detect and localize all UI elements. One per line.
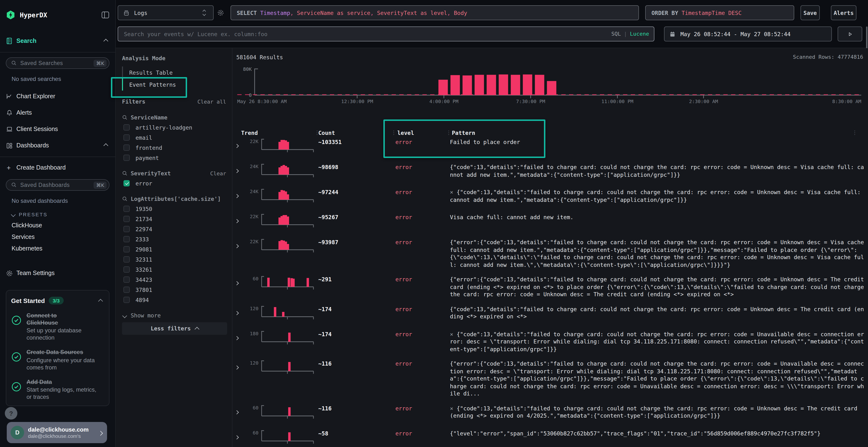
checkbox[interactable] xyxy=(123,246,130,252)
get-started-item[interactable]: Add Data Start sending logs, metrics, or… xyxy=(11,378,103,401)
filter-option[interactable]: email xyxy=(122,133,227,143)
pattern-row[interactable]: 22K~95267errorVisa cache full: cannot ad… xyxy=(235,213,864,232)
show-more-button[interactable]: Show more xyxy=(122,311,227,320)
checkbox[interactable] xyxy=(123,144,130,151)
pattern-row[interactable]: 120~116error{"error":{"code":13,"details… xyxy=(235,359,864,398)
expand-chevron-icon[interactable] xyxy=(235,404,242,415)
preset-item-kubernetes[interactable]: Kubernetes xyxy=(6,243,110,254)
filter-option[interactable]: artillery-loadgen xyxy=(122,122,227,133)
column-header-count[interactable]: Count xyxy=(316,130,397,136)
pattern-row[interactable]: 60~58error{"level":"error","span_id":"53… xyxy=(235,429,864,447)
select-query-input[interactable]: SELECT Timestamp, ServiceName as service… xyxy=(230,5,639,20)
pattern-row[interactable]: 120~174error{"code":13,"details":"failed… xyxy=(235,305,864,323)
cross-icon[interactable]: × xyxy=(450,331,453,337)
checkbox[interactable] xyxy=(123,134,130,141)
preset-item-services[interactable]: Services xyxy=(6,231,110,243)
run-query-button[interactable] xyxy=(838,27,862,41)
pattern-row[interactable]: 22K~103351errorFailed to place order xyxy=(235,138,864,157)
order-by-input[interactable]: ORDER BY TimestampTime DESC xyxy=(645,5,794,20)
clear-all-button[interactable]: Clear all xyxy=(197,99,226,105)
column-header-trend[interactable]: Trend xyxy=(235,130,316,136)
help-button[interactable]: ? xyxy=(5,407,18,419)
sidebar-item-chart-explorer[interactable]: Chart Explorer xyxy=(6,89,110,104)
expand-chevron-icon[interactable] xyxy=(235,275,242,286)
column-header-pattern[interactable]: Pattern xyxy=(452,130,864,136)
filter-option[interactable]: 21734 xyxy=(122,214,227,224)
expand-chevron-icon[interactable] xyxy=(235,330,242,341)
column-grip-icon[interactable]: ⋮ xyxy=(391,130,396,136)
expand-chevron-icon[interactable] xyxy=(235,213,242,225)
events-histogram[interactable]: May 26 8:30:00 AM12:30:00 PM4:00:00 PM7:… xyxy=(234,54,866,105)
pattern-row[interactable]: 60~291error{"error":{"code":13,"details"… xyxy=(235,275,864,299)
checkbox[interactable] xyxy=(123,256,130,263)
filter-option[interactable]: payment xyxy=(122,153,227,163)
checkbox[interactable] xyxy=(123,216,130,222)
filter-option[interactable]: 4894 xyxy=(122,295,227,305)
get-started-item[interactable]: Create Data Sources Configure where your… xyxy=(11,349,103,371)
source-settings-gear-icon[interactable] xyxy=(217,9,224,16)
pattern-row[interactable]: 180~174error×{"code":13,"details":"faile… xyxy=(235,330,864,353)
checkbox[interactable] xyxy=(123,226,130,232)
checkbox[interactable] xyxy=(123,124,130,131)
pattern-row[interactable]: 24K~97244error×{"code":13,"details":"fai… xyxy=(235,188,864,207)
pattern-row[interactable]: 24K~98698error{"code":13,"details":"fail… xyxy=(235,163,864,182)
filter-option[interactable]: 19350 xyxy=(122,204,227,214)
lucene-toggle[interactable]: Lucene xyxy=(630,31,649,37)
checkbox[interactable] xyxy=(123,266,130,273)
pattern-row[interactable]: 60~116error×{"code":13,"details":"failed… xyxy=(235,404,864,423)
alerts-button[interactable]: Alerts xyxy=(831,5,857,20)
user-menu[interactable]: D dale@clickhouse.com dale@clickhouse.co… xyxy=(7,422,107,443)
expand-chevron-icon[interactable] xyxy=(235,429,242,441)
chevron-up-icon[interactable] xyxy=(104,38,107,44)
get-started-item[interactable]: Connect to ClickHouse Set up your databa… xyxy=(11,312,103,342)
save-button[interactable]: Save xyxy=(801,5,820,20)
checkbox[interactable] xyxy=(123,286,130,293)
checkbox[interactable] xyxy=(123,276,130,283)
expand-chevron-icon[interactable] xyxy=(235,163,242,174)
filter-option[interactable]: 22974 xyxy=(122,224,227,234)
create-dashboard-button[interactable]: + Create Dashboard xyxy=(6,161,110,174)
column-grip-icon[interactable]: ⋮ xyxy=(446,130,452,136)
expand-chevron-icon[interactable] xyxy=(235,188,242,199)
sidebar-item-team-settings[interactable]: Team Settings xyxy=(6,266,110,280)
less-filters-button[interactable]: Less filters xyxy=(122,322,227,335)
filter-option[interactable]: 37801 xyxy=(122,285,227,295)
chevron-up-icon[interactable] xyxy=(99,296,102,305)
filter-option[interactable]: 29081 xyxy=(122,244,227,254)
sidebar-item-dashboards[interactable]: Dashboards xyxy=(6,138,110,153)
checkbox[interactable] xyxy=(123,297,130,303)
checkbox[interactable] xyxy=(123,154,130,161)
column-grip-icon[interactable]: ⋮ xyxy=(314,130,320,136)
date-range-picker[interactable]: May 26 08:52:44 - May 27 08:52:44 xyxy=(664,27,832,41)
filter-option[interactable]: 32311 xyxy=(122,254,227,265)
sidebar-item-alerts[interactable]: Alerts xyxy=(6,105,110,120)
presets-toggle[interactable]: PRESETS xyxy=(6,209,110,220)
mode-event-patterns[interactable]: Event Patterns xyxy=(122,78,227,91)
expand-chevron-icon[interactable] xyxy=(235,359,242,371)
filter-clear-button[interactable]: Clear xyxy=(210,170,226,176)
mode-results-table[interactable]: Results Table xyxy=(122,66,227,78)
cross-icon[interactable]: × xyxy=(450,405,453,412)
filter-option[interactable]: 34423 xyxy=(122,275,227,285)
sql-toggle[interactable]: SQL xyxy=(612,31,621,37)
expand-chevron-icon[interactable] xyxy=(235,305,242,316)
preset-item-clickhouse[interactable]: ClickHouse xyxy=(6,220,110,231)
lucene-search-input[interactable]: Search your events w/ Lucene ex. column:… xyxy=(118,27,654,41)
filter-option[interactable]: 2333 xyxy=(122,234,227,244)
expand-chevron-icon[interactable] xyxy=(235,238,242,249)
chevron-up-icon[interactable] xyxy=(104,142,107,149)
saved-searches-input[interactable]: Saved Searches ⌘K xyxy=(6,57,110,69)
sidebar-item-client-sessions[interactable]: Client Sessions xyxy=(6,122,110,136)
filter-option[interactable]: error xyxy=(122,178,227,188)
pattern-row[interactable]: 22K~93987error{"error":{"code":13,"detai… xyxy=(235,238,864,269)
checkbox[interactable] xyxy=(123,206,130,212)
filter-option[interactable]: 33261 xyxy=(122,265,227,275)
checkbox-checked[interactable] xyxy=(123,180,130,186)
sidebar-collapse-icon[interactable] xyxy=(101,11,110,19)
sidebar-item-search[interactable]: Search xyxy=(6,34,110,48)
saved-dashboards-input[interactable]: Saved Dashboards ⌘K xyxy=(6,179,110,191)
source-select[interactable]: Logs xyxy=(118,5,214,20)
cross-icon[interactable]: × xyxy=(450,189,453,196)
checkbox[interactable] xyxy=(123,236,130,242)
column-header-level[interactable]: level xyxy=(397,130,452,136)
